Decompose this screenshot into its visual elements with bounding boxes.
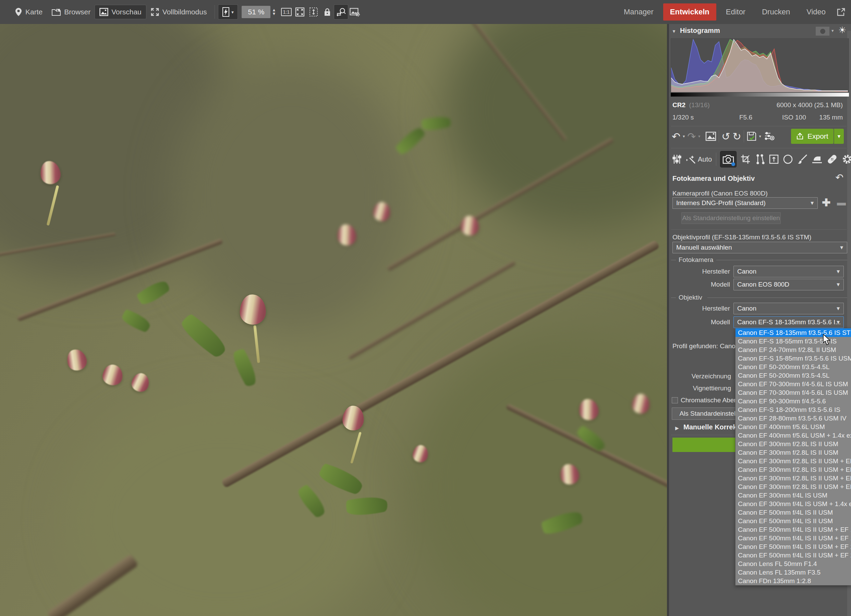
lock-zoom-button[interactable] — [320, 5, 334, 19]
lens-option[interactable]: Canon EF 300mm f/2.8L IS II USM — [735, 440, 851, 448]
lens-option[interactable]: Canon Lens FL 135mm F3.5 — [735, 568, 851, 577]
module-video[interactable]: Video — [800, 3, 833, 21]
add-profile-button[interactable]: ✚ — [822, 196, 830, 208]
lens-option[interactable]: Canon Lens FL 50mm F1.4 — [735, 559, 851, 568]
set-default-camera-profile-button[interactable]: Als Standardeinstellung einstellen — [681, 212, 781, 224]
lens-option[interactable]: Canon EF 50-200mm f/3.5-4.5L — [735, 371, 851, 380]
develop-side-panel: ▼ Histogramm ▾ ☀ CR2 (13/16) 6000 x 4000… — [669, 24, 851, 616]
stem-shape — [253, 325, 260, 363]
lens-option[interactable]: Canon EF 500mm f/4L IS II USM — [735, 517, 851, 525]
module-entwickeln[interactable]: Entwickeln — [663, 3, 716, 21]
lens-option[interactable]: Canon EF-S 18-200mm f/3.5-5.6 IS — [735, 405, 851, 414]
lens-manufacturer-combobox[interactable]: Canon ▼ — [734, 303, 844, 314]
chevron-down-icon[interactable]: ▾ — [831, 28, 834, 33]
healing-bandaid-tool-icon[interactable] — [827, 154, 837, 165]
fit-to-screen-button[interactable] — [293, 5, 307, 19]
chromatic-aberration-label: Chromatische Aberration — [681, 397, 735, 404]
module-drucken[interactable]: Drucken — [755, 3, 797, 21]
deform-tool-icon[interactable] — [769, 154, 779, 164]
toolbar-item-karte[interactable]: Karte — [10, 5, 47, 19]
toolbar-item-vollbildmodus[interactable]: Vollbildmodus — [146, 5, 212, 19]
compare-zoom-button[interactable] — [334, 5, 348, 19]
lens-option[interactable]: Canon EF-S 18-55mm f/3.5-5.6 IS — [735, 337, 851, 346]
distortion-label: Verzeichnung — [669, 373, 731, 380]
undo-dropdown-icon[interactable]: ▾ — [683, 134, 685, 139]
toolbar-item-browser[interactable]: Browser — [47, 5, 95, 19]
save-icon[interactable] — [746, 131, 757, 141]
image-settings-button[interactable] — [348, 5, 362, 19]
lens-option[interactable]: Canon EF 90-300mm f/4.5-5.6 — [735, 397, 851, 405]
export-dropdown-button[interactable]: ▼ — [834, 129, 844, 144]
redo-dropdown-icon[interactable]: ▾ — [698, 134, 700, 139]
chevron-down-icon: ▼ — [836, 279, 841, 290]
lens-option[interactable]: Canon EF 300mm f/2.8L IS II USM — [735, 448, 851, 457]
chevron-down-icon: ▼ — [836, 266, 841, 277]
module-editor[interactable]: Editor — [719, 3, 752, 21]
lens-option[interactable]: Canon EF-S 18-135mm f/3.5-5.6 IS STM — [735, 328, 851, 337]
redo-button[interactable]: ↷ — [687, 130, 696, 142]
lens-model-combobox[interactable]: Canon EF-S 18-135mm f/3.5-5.6 I... ▼ — [734, 316, 844, 328]
stepper-down-icon[interactable]: ▼ — [272, 12, 276, 16]
lens-option[interactable]: Canon EF 24-70mm f/2.8L II USM — [735, 346, 851, 354]
undo-button[interactable]: ↶ — [672, 130, 680, 142]
save-dropdown-icon[interactable]: ▾ — [759, 134, 761, 139]
reset-section-icon[interactable]: ↶ — [836, 172, 843, 183]
camera-model-combobox[interactable]: Canon EOS 800D ▼ — [734, 279, 844, 290]
zoom-one-to-one-button[interactable]: 1:1 — [279, 5, 293, 19]
camera-profile-combobox[interactable]: Internes DNG-Profil (Standard) ▼ — [672, 197, 818, 209]
zoom-stepper[interactable]: ▲▼ — [272, 8, 276, 16]
zoom-level-input[interactable]: 51 % — [242, 6, 271, 18]
lens-option[interactable]: Canon EF-S 15-85mm f/3.5-5.6 IS USM — [735, 354, 851, 363]
lens-option[interactable]: Canon EF 500mm f/4L IS II USM + EF 1.4x … — [735, 525, 851, 534]
fit-height-button[interactable] — [307, 5, 320, 19]
lens-option[interactable]: Canon FDn 135mm 1:2.8 — [735, 577, 851, 585]
radial-filter-tool-icon[interactable] — [783, 154, 793, 164]
remove-profile-button[interactable]: ▬ — [837, 197, 846, 208]
lens-option[interactable]: Canon EF 300mm f/2.8L IS II USM + EF 2.0… — [735, 474, 851, 483]
camera-manufacturer-combobox[interactable]: Canon ▼ — [734, 266, 844, 277]
auto-enhance-button[interactable]: Auto — [686, 154, 712, 164]
lens-option[interactable]: Canon EF 50-200mm f/3.5-4.5L — [735, 363, 851, 371]
lens-option[interactable]: Canon EF 400mm f/5.6L USM + 1.4x extende… — [735, 431, 851, 440]
rotate-right-button[interactable]: ↻ — [732, 130, 741, 142]
lens-profile-combobox[interactable]: Manuell auswählen ▼ — [672, 242, 847, 253]
lens-option[interactable]: Canon EF 300mm f/2.8L IS II USM + EF 1.4… — [735, 457, 851, 465]
lens-option[interactable]: Canon EF 70-300mm f/4-5.6L IS USM — [735, 388, 851, 397]
lens-option[interactable]: Canon EF 500mm f/4L IS II USM — [735, 508, 851, 517]
fit-screen-icon — [295, 7, 305, 17]
develop-sliders-icon[interactable] — [672, 154, 682, 164]
export-button[interactable]: Export — [791, 129, 833, 144]
expand-triangle-icon[interactable]: ▶ — [675, 425, 679, 431]
flash-preview-button[interactable]: ▾ — [218, 5, 238, 19]
module-manager[interactable]: Manager — [617, 3, 660, 21]
copy-settings-icon[interactable] — [764, 132, 774, 141]
advanced-settings-gear-icon[interactable] — [842, 154, 851, 165]
crop-tool-icon[interactable] — [740, 154, 750, 164]
camera-lens-tool-button[interactable] — [720, 151, 736, 167]
lens-option[interactable]: Canon EF 300mm f/4L IS USM + 1.4x extend… — [735, 499, 851, 508]
original-image-icon[interactable] — [705, 132, 716, 141]
lens-option[interactable]: Canon EF 400mm f/5.6L USM — [735, 423, 851, 431]
photo-canvas[interactable] — [0, 24, 667, 616]
lens-option[interactable]: Canon EF 500mm f/4L IS II USM + EF 1.4x … — [735, 534, 851, 543]
chromatic-aberration-checkbox[interactable] — [672, 397, 678, 403]
manual-corrections-header[interactable]: Manuelle Korrekturen — [683, 423, 735, 431]
histogram-settings-sun-icon[interactable]: ☀ — [838, 25, 846, 36]
file-resolution: 6000 x 4000 (25.1 MB) — [777, 101, 843, 109]
histogram-preview-button[interactable] — [816, 27, 829, 36]
lens-option[interactable]: Canon EF 300mm f/4L IS USM — [735, 491, 851, 499]
lens-option[interactable]: Canon EF 300mm f/2.8L IS II USM + EF 1.4… — [735, 465, 851, 474]
clone-iron-tool-icon[interactable] — [812, 154, 822, 164]
lens-option[interactable]: Canon EF 28-80mm f/3.5-5.6 USM IV — [735, 414, 851, 423]
lens-option[interactable]: Canon EF 500mm f/4L IS II USM + EF 2.0x … — [735, 551, 851, 559]
brush-tool-icon[interactable] — [797, 154, 807, 164]
straighten-tool-icon[interactable] — [755, 154, 765, 164]
camera-manufacturer-value: Canon — [737, 268, 756, 275]
toolbar-item-vorschau[interactable]: Vorschau — [95, 5, 146, 19]
lens-option[interactable]: Canon EF 300mm f/2.8L IS II USM + EF 2.0… — [735, 483, 851, 491]
collapse-triangle-icon[interactable]: ▼ — [672, 29, 676, 34]
lens-option[interactable]: Canon EF 500mm f/4L IS II USM + EF 2.0x … — [735, 543, 851, 551]
lens-option[interactable]: Canon EF 70-300mm f/4-5.6L IS USM — [735, 380, 851, 388]
rotate-left-button[interactable]: ↺ — [722, 130, 730, 142]
undock-button[interactable] — [837, 7, 845, 16]
